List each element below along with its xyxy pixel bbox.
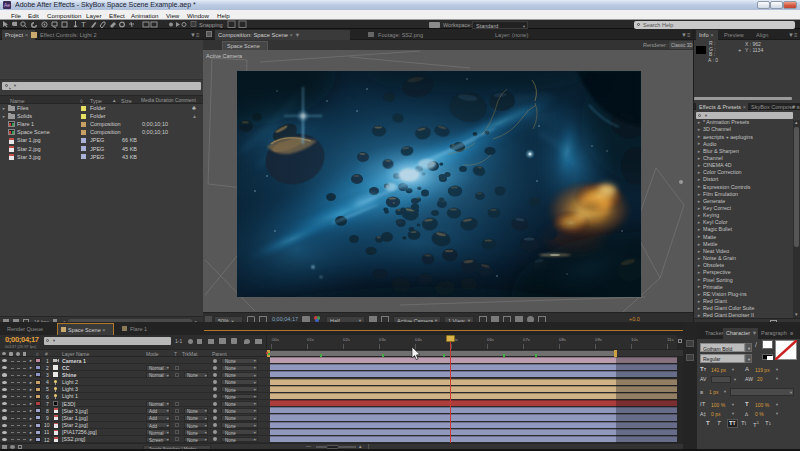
svg-text:Snapping: Snapping: [199, 22, 223, 28]
svg-text:T: T: [81, 20, 86, 29]
